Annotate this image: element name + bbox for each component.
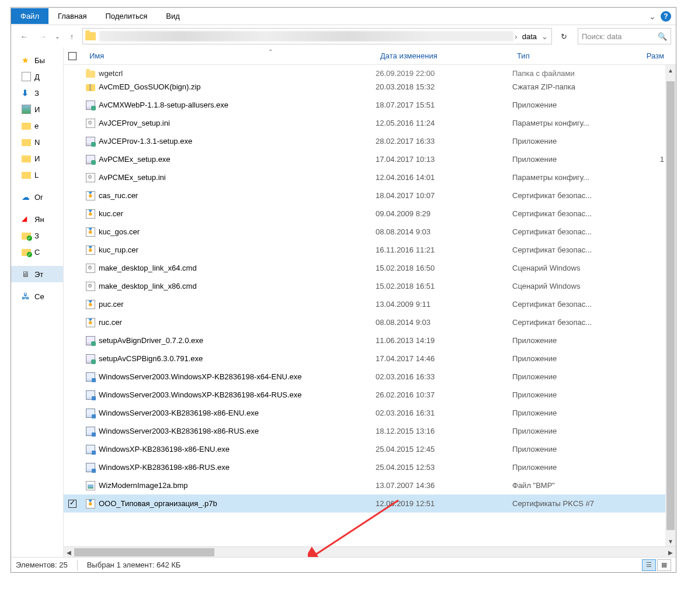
file-row[interactable]: AvCmED_GosSUOK(bign).zip20.03.2018 15:32…	[64, 78, 676, 96]
file-row[interactable]: WindowsXP-KB2836198-x86-RUS.exe25.04.201…	[64, 458, 676, 476]
file-name: setupAvCSPBign6.3.0.791.exe	[96, 354, 376, 363]
vertical-scrollbar[interactable]: ▲ ▼	[665, 65, 676, 546]
sidebar-item[interactable]: N	[11, 134, 63, 150]
fold-icon	[22, 155, 31, 162]
file-row[interactable]: WindowsServer2003-KB2836198-x86-ENU.exe0…	[64, 404, 676, 422]
file-type: Сертификат безопас...	[512, 209, 624, 218]
file-name: AvPCMEx_setup.exe	[96, 155, 376, 164]
file-row[interactable]: cas_ruc.cer18.04.2017 10:07Сертификат бе…	[64, 186, 676, 205]
file-name: WizModernImage12a.bmp	[96, 481, 376, 490]
sidebar-item[interactable]: L	[11, 167, 63, 183]
bmp-icon	[86, 481, 95, 490]
file-row[interactable]: ООО_Типовая_организация_.p7b12.06.2019 1…	[64, 494, 676, 513]
sidebar-label: N	[34, 138, 40, 147]
column-type[interactable]: Тип	[512, 51, 624, 60]
tab-view[interactable]: Вид	[157, 8, 189, 24]
file-date: 26.09.2019 22:00	[376, 69, 512, 78]
file-row[interactable]: AvJCEProv-1.3.1-setup.exe28.02.2017 16:3…	[64, 132, 676, 150]
file-row[interactable]: AvCMXWebP-1.1.8-setup-allusers.exe18.07.…	[64, 96, 676, 114]
fold-icon	[22, 233, 31, 240]
nav-sidebar: ★БыД⬇ЗИeNИL☁Or◢ЯнЗС🖥Эт🖧Се	[11, 47, 64, 557]
sidebar-item[interactable]: 🖥Эт	[11, 266, 63, 282]
view-icons-button[interactable]: ▦	[657, 559, 671, 571]
recent-dropdown[interactable]: ⌄	[53, 28, 61, 44]
sidebar-item[interactable]: С	[11, 244, 63, 260]
scroll-up-icon[interactable]: ▲	[665, 65, 676, 75]
breadcrumb-dropdown-icon[interactable]: ⌄	[540, 32, 549, 41]
sidebar-item[interactable]: ☁Or	[11, 189, 63, 205]
file-row[interactable]: wgetcrl26.09.2019 22:00Папка с файлами	[64, 65, 676, 78]
file-type: Параметры конфигу...	[512, 173, 624, 182]
file-name: WindowsServer2003-KB2836198-x86-RUS.exe	[96, 427, 376, 435]
file-type: Папка с файлами	[512, 69, 624, 78]
file-row[interactable]: setupAvBignDriver_0.7.2.0.exe11.06.2013 …	[64, 331, 676, 349]
sidebar-item[interactable]: З	[11, 227, 63, 244]
sidebar-item[interactable]: 🖧Се	[11, 288, 63, 304]
file-row[interactable]: ruc.cer08.08.2014 9:03Сертификат безопас…	[64, 313, 676, 331]
breadcrumb-current[interactable]: data	[519, 32, 540, 41]
file-row[interactable]: AvPCMEx_setup.exe17.04.2017 10:13Приложе…	[64, 150, 676, 168]
file-date: 16.11.2016 11:21	[376, 245, 512, 254]
file-type: Приложение	[512, 354, 624, 363]
file-row[interactable]: make_desktop_link_x64.cmd15.02.2018 16:5…	[64, 259, 676, 277]
tab-home[interactable]: Главная	[48, 8, 96, 24]
sidebar-item[interactable]: И	[11, 101, 63, 117]
file-row[interactable]: WindowsServer2003.WindowsXP-KB2836198-x6…	[64, 386, 676, 404]
file-row[interactable]: WindowsServer2003-KB2836198-x86-RUS.exe1…	[64, 422, 676, 440]
tab-share[interactable]: Поделиться	[96, 8, 157, 24]
file-row[interactable]: WizModernImage12a.bmp13.07.2007 14:36Фай…	[64, 476, 676, 494]
file-row[interactable]: make_desktop_link_x86.cmd15.02.2018 16:5…	[64, 277, 676, 295]
file-date: 02.03.2016 16:33	[376, 372, 512, 381]
column-name[interactable]: Имя⌃	[85, 51, 376, 60]
sidebar-item[interactable]: ★Бы	[11, 52, 63, 68]
exe-icon	[86, 101, 95, 110]
forward-button[interactable]: →	[34, 28, 51, 44]
address-bar[interactable]: › data ⌄	[82, 28, 552, 44]
file-row[interactable]: WindowsXP-KB2836198-x86-ENU.exe25.04.201…	[64, 440, 676, 458]
file-row[interactable]: kuc_gos.cer08.08.2014 9:03Сертификат без…	[64, 223, 676, 241]
sidebar-item[interactable]: Д	[11, 68, 63, 85]
tab-file[interactable]: Файл	[11, 8, 48, 24]
file-date: 17.04.2017 14:46	[376, 354, 512, 363]
horizontal-scrollbar[interactable]: ◀ ▶	[64, 546, 676, 557]
scroll-thumb-h[interactable]	[74, 548, 214, 556]
sidebar-item[interactable]: e	[11, 117, 63, 134]
explorer-window: Файл Главная Поделиться Вид ⌄ ? ← → ⌄ ↑ …	[11, 7, 676, 573]
file-type: Приложение	[512, 463, 624, 472]
scroll-down-icon[interactable]: ▼	[665, 536, 676, 546]
patch-icon	[86, 445, 95, 454]
file-row[interactable]: WindowsServer2003.WindowsXP-KB2836198-x6…	[64, 368, 676, 386]
view-details-button[interactable]: ☰	[642, 559, 656, 571]
column-size[interactable]: Разм	[624, 51, 676, 60]
search-input[interactable]: Поиск: data 🔍	[578, 28, 671, 44]
file-row[interactable]: AvPCMEx_setup.ini12.04.2016 14:01Парамет…	[64, 168, 676, 186]
file-name: AvCMXWebP-1.1.8-setup-allusers.exe	[96, 101, 376, 109]
select-all-checkbox[interactable]	[68, 52, 77, 60]
file-row[interactable]: kuc.cer09.04.2009 8:29Сертификат безопас…	[64, 205, 676, 223]
scroll-right-icon[interactable]: ▶	[665, 547, 676, 557]
file-name: kuc_rup.cer	[96, 245, 376, 254]
file-name: make_desktop_link_x64.cmd	[96, 264, 376, 272]
file-date: 08.08.2014 9:03	[376, 227, 512, 236]
file-date: 25.04.2015 12:45	[376, 445, 512, 454]
file-row[interactable]: kuc_rup.cer16.11.2016 11:21Сертификат бе…	[64, 241, 676, 259]
file-date: 25.04.2015 12:53	[376, 463, 512, 472]
help-icon[interactable]: ?	[661, 11, 671, 22]
file-row[interactable]: setupAvCSPBign6.3.0.791.exe17.04.2017 14…	[64, 349, 676, 368]
refresh-button[interactable]: ↻	[555, 28, 572, 44]
file-row[interactable]: AvJCEProv_setup.ini12.05.2016 11:24Парам…	[64, 114, 676, 132]
file-row[interactable]: puc.cer13.04.2009 9:11Сертификат безопас…	[64, 295, 676, 313]
sort-indicator-icon: ⌃	[268, 49, 273, 55]
scroll-thumb[interactable]	[666, 81, 675, 530]
column-date[interactable]: Дата изменения	[376, 51, 512, 60]
file-date: 02.03.2016 16:31	[376, 409, 512, 417]
row-checkbox[interactable]	[68, 500, 77, 508]
cer-icon	[86, 245, 95, 255]
sidebar-item[interactable]: И	[11, 150, 63, 167]
back-button[interactable]: ←	[16, 28, 32, 44]
up-button[interactable]: ↑	[64, 28, 80, 44]
collapse-ribbon-icon[interactable]: ⌄	[649, 12, 656, 21]
scroll-left-icon[interactable]: ◀	[64, 547, 74, 557]
sidebar-item[interactable]: ◢Ян	[11, 211, 63, 227]
sidebar-item[interactable]: ⬇З	[11, 85, 63, 101]
